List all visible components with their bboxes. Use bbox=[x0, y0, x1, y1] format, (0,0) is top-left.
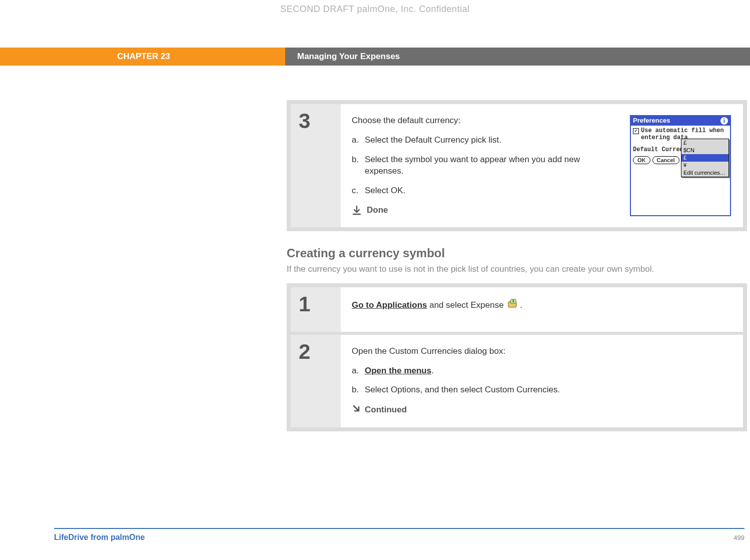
step-number: 2 bbox=[291, 335, 341, 428]
step-card-3: 3 Choose the default currency: a. Select… bbox=[287, 100, 747, 231]
currency-option[interactable]: ¥ bbox=[681, 162, 728, 169]
step1-rest: and select Expense bbox=[427, 300, 506, 310]
go-to-applications-link[interactable]: Go to Applications bbox=[352, 300, 427, 310]
step2-a-period: . bbox=[431, 366, 434, 375]
currency-option-edit[interactable]: Edit currencies… bbox=[681, 169, 728, 177]
info-icon: i bbox=[720, 117, 728, 125]
currency-option-selected[interactable]: £ bbox=[681, 154, 728, 162]
currency-option[interactable]: $CN bbox=[681, 147, 728, 154]
done-arrow-icon bbox=[352, 205, 362, 215]
step-card-1-2: 1 Go to Applications and select Expense … bbox=[287, 283, 747, 432]
expense-app-icon: $ bbox=[507, 298, 519, 313]
step3-intro: Choose the default currency: bbox=[352, 115, 618, 127]
done-label: Done bbox=[367, 205, 388, 216]
currency-dropdown[interactable]: £ $CN £ ¥ Edit currencies… bbox=[681, 139, 729, 177]
section-heading: Creating a currency symbol bbox=[287, 246, 747, 260]
step3-c-text: Select OK. bbox=[365, 185, 405, 197]
continued-label: Continued bbox=[365, 404, 407, 416]
page-footer: LifeDrive from palmOne 499 bbox=[54, 528, 744, 542]
currency-option[interactable]: £ bbox=[681, 139, 728, 147]
chapter-header: CHAPTER 23 Managing Your Expenses bbox=[0, 48, 750, 66]
step3-b-letter: b. bbox=[352, 154, 365, 177]
chapter-title: Managing Your Expenses bbox=[285, 48, 750, 66]
section-paragraph: If the currency you want to use is not i… bbox=[287, 264, 747, 274]
preferences-dialog-illustration: Preferences i ✔ Use automatic fill when … bbox=[630, 115, 731, 216]
step2-b-letter: b. bbox=[352, 384, 365, 396]
step3-a-text: Select the Default Currency pick list. bbox=[365, 135, 501, 146]
open-the-menus-link[interactable]: Open the menus bbox=[365, 366, 431, 375]
product-name: LifeDrive from palmOne bbox=[54, 533, 145, 542]
continued-arrow-icon bbox=[352, 404, 361, 416]
prefs-title-text: Preferences bbox=[633, 117, 670, 125]
step3-b-text: Select the symbol you want to appear whe… bbox=[365, 154, 618, 177]
step2-intro: Open the Custom Currencies dialog box: bbox=[352, 346, 731, 357]
step3-a-letter: a. bbox=[352, 135, 365, 146]
chapter-label: CHAPTER 23 bbox=[0, 48, 285, 66]
step3-c-letter: c. bbox=[352, 185, 365, 197]
step-number: 3 bbox=[291, 104, 341, 227]
ok-button[interactable]: OK bbox=[633, 156, 650, 164]
step-number: 1 bbox=[291, 287, 341, 332]
step2-a-letter: a. bbox=[352, 365, 365, 377]
autofill-checkbox[interactable]: ✔ bbox=[633, 128, 639, 134]
step2-b-text: Select Options, and then select Custom C… bbox=[365, 384, 560, 396]
page-number: 499 bbox=[733, 534, 744, 541]
prefs-titlebar: Preferences i bbox=[631, 116, 730, 126]
step1-period: . bbox=[520, 300, 522, 310]
cancel-button[interactable]: Cancel bbox=[652, 156, 679, 164]
confidential-watermark: SECOND DRAFT palmOne, Inc. Confidential bbox=[0, 4, 750, 15]
svg-text:$: $ bbox=[512, 299, 514, 303]
step1-text: Go to Applications and select Expense $ … bbox=[352, 298, 731, 313]
